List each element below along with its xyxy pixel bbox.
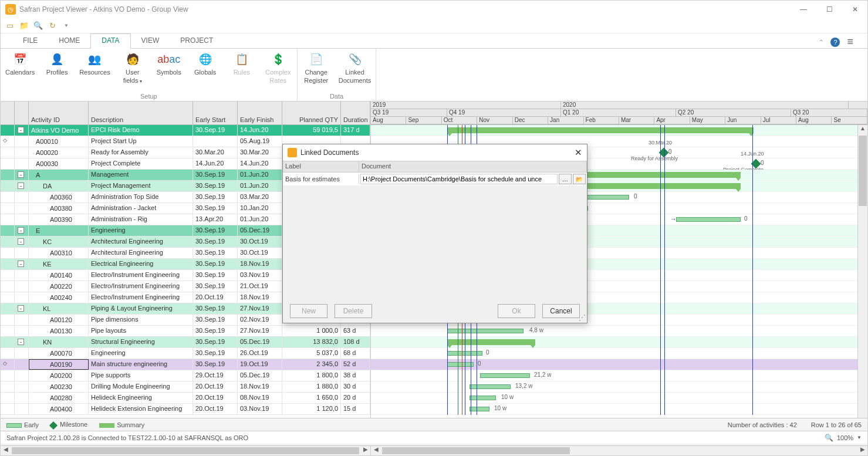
tab-view[interactable]: VIEW	[131, 34, 170, 48]
header-duration[interactable]: Duration	[341, 102, 370, 124]
dialog-close-button[interactable]: ✕	[575, 147, 582, 158]
userfields-icon: 🧑	[124, 51, 141, 67]
connection-status: Safran Project 22.1.00.28 is Connected t…	[6, 434, 248, 441]
zoom-icon[interactable]: 🔍	[825, 434, 833, 442]
table-row[interactable]: A00130Pipe layouts30.Sep.1927.Nov.191 00…	[1, 326, 370, 337]
gantt-timescale: 20192020 Q3 19Q4 19Q1 20Q2 20Q3 20 AugSe…	[371, 102, 867, 125]
table-row[interactable]: A00280Helideck Engineering20.Oct.1908.No…	[1, 393, 370, 404]
expand-toggle[interactable]: -	[18, 171, 24, 178]
symbols-icon: abac	[161, 51, 177, 67]
globe-icon: 🌐	[197, 51, 214, 67]
tab-data[interactable]: DATA	[90, 33, 130, 49]
ribbon: 📅Calendars 👤Profiles 👥Resources 🧑Userfie…	[1, 49, 867, 102]
table-row[interactable]: A00230Drilling Module Engineering20.Oct.…	[1, 381, 370, 393]
resources-button[interactable]: 👥Resources	[79, 51, 110, 76]
close-button[interactable]: ✕	[847, 5, 863, 13]
table-row[interactable]: -Atkins VO DemoEPCI Risk Demo30.Sep.1914…	[1, 125, 370, 136]
help-icon[interactable]: ?	[830, 38, 840, 47]
header-early-finish[interactable]: Early Finish	[238, 102, 282, 124]
minimize-button[interactable]: —	[796, 5, 811, 13]
change-register-icon: 📄	[308, 51, 325, 67]
header-activity-id[interactable]: Activity ID	[29, 102, 89, 124]
window-title: Safran Project Viewer - Atkins VO Demo -…	[19, 5, 188, 13]
table-row[interactable]: A00070Engineering30.Sep.1926.Oct.195 037…	[1, 348, 370, 359]
header-early-start[interactable]: Early Start	[193, 102, 238, 124]
table-row[interactable]: -KNStructural Engineering30.Sep.1905.Dec…	[1, 337, 370, 348]
header-planned-qty[interactable]: Planned QTY	[282, 102, 341, 124]
expand-toggle[interactable]: -	[18, 238, 24, 245]
dialog-resize-grip[interactable]: ⋰	[579, 313, 586, 322]
table-row[interactable]: ◇A00190Main structure engineering30.Sep.…	[1, 359, 370, 370]
expand-toggle[interactable]: -	[18, 183, 24, 189]
gantt-bar[interactable]	[447, 362, 474, 367]
userfields-button[interactable]: 🧑Userfields ▾	[119, 51, 147, 84]
dialog-logo-icon	[288, 148, 297, 157]
linked-doc-browse-button[interactable]: 📂	[573, 174, 586, 184]
linked-docs-icon: 📎	[347, 51, 363, 67]
tab-project[interactable]: PROJECT	[170, 34, 224, 48]
expand-toggle[interactable]: -	[18, 305, 24, 312]
dialog-delete-button[interactable]: Delete	[335, 304, 372, 318]
collapse-ribbon-icon[interactable]: ⌃	[819, 39, 823, 45]
qa-dropdown-icon[interactable]: ▼	[62, 21, 71, 31]
calendar-icon: 📅	[12, 51, 28, 67]
tab-home[interactable]: HOME	[48, 34, 90, 48]
dialog-cancel-button[interactable]: Cancel	[542, 304, 580, 318]
open-folder-icon[interactable]: 📁	[19, 21, 29, 31]
ribbon-group-setup-label: Setup	[5, 92, 292, 100]
gantt-bar[interactable]	[470, 384, 511, 389]
search-icon[interactable]: 🔍	[33, 21, 43, 31]
activity-count: Number of activities : 42	[728, 421, 797, 428]
zoom-dropdown-icon[interactable]: ▼	[857, 435, 862, 440]
quick-access-toolbar: ▭ 📁 🔍 ↻ ▼	[1, 18, 867, 33]
symbols-button[interactable]: abacSymbols	[155, 51, 183, 76]
refresh-icon[interactable]: ↻	[48, 21, 57, 31]
legend-bar: Early Milestone Summary Number of activi…	[1, 418, 867, 431]
gantt-bar[interactable]	[470, 407, 489, 411]
dialog-header-document: Document	[359, 161, 587, 172]
expand-toggle[interactable]: -	[18, 261, 24, 267]
globals-button[interactable]: 🌐Globals	[191, 51, 219, 76]
linked-documents-button[interactable]: 📎LinkedDocuments	[339, 51, 371, 84]
main-menu: FILE HOME DATA VIEW PROJECT ⌃ ? ≡	[1, 33, 867, 49]
status-bar: Safran Project 22.1.00.28 is Connected t…	[1, 431, 867, 444]
maximize-button[interactable]: ☐	[822, 5, 837, 13]
legend-early: Early	[24, 421, 39, 428]
row-range: Row 1 to 26 of 65	[811, 421, 862, 428]
rules-icon: 📋	[234, 51, 250, 67]
table-row[interactable]: A00200Pipe supports29.Oct.1905.Dec.191 8…	[1, 370, 370, 381]
gantt-vscrollbar[interactable]: ▲	[857, 125, 867, 418]
dialog-new-button[interactable]: New	[290, 304, 327, 318]
dialog-header-label: Label	[283, 161, 359, 172]
new-file-icon[interactable]: ▭	[5, 21, 15, 31]
table-row[interactable]: A00400Helideck Extension Engineering20.O…	[1, 404, 370, 415]
linked-doc-row[interactable]: Basis for estimates … 📂	[283, 173, 587, 185]
linked-doc-path-input[interactable]	[360, 174, 558, 184]
expand-toggle[interactable]: -	[18, 127, 24, 133]
gantt-bar[interactable]	[447, 329, 523, 333]
expand-toggle[interactable]: -	[18, 227, 24, 234]
app-logo-icon: ◷	[5, 4, 16, 15]
dialog-ok-button[interactable]: Ok	[498, 304, 535, 318]
tab-file[interactable]: FILE	[12, 34, 48, 48]
hamburger-icon[interactable]: ≡	[847, 36, 853, 48]
change-register-button[interactable]: 📄ChangeRegister	[302, 51, 330, 84]
rules-button: 📋Rules	[228, 51, 256, 76]
zoom-level: 100%	[837, 434, 853, 441]
linked-doc-ellipsis-button[interactable]: …	[559, 174, 572, 184]
linked-documents-dialog: Linked Documents ✕ Label Document Basis …	[282, 144, 587, 323]
profiles-button[interactable]: 👤Profiles	[43, 51, 71, 76]
gantt-bar[interactable]	[676, 217, 741, 222]
calendars-button[interactable]: 📅Calendars	[5, 51, 35, 76]
complex-rates-button: 💲ComplexRates	[264, 51, 292, 84]
header-description[interactable]: Description	[89, 102, 193, 124]
resources-icon: 👥	[86, 51, 103, 67]
profile-icon: 👤	[49, 51, 65, 67]
gantt-bar[interactable]	[480, 373, 530, 378]
expand-toggle[interactable]: -	[18, 339, 24, 345]
gantt-bar[interactable]	[470, 396, 496, 400]
legend-milestone: Milestone	[60, 421, 87, 428]
horizontal-scrollbar[interactable]: ◀ ▶ ◀ ▶	[1, 445, 867, 455]
legend-summary: Summary	[117, 421, 144, 428]
ribbon-group-data-label: Data	[302, 92, 371, 100]
